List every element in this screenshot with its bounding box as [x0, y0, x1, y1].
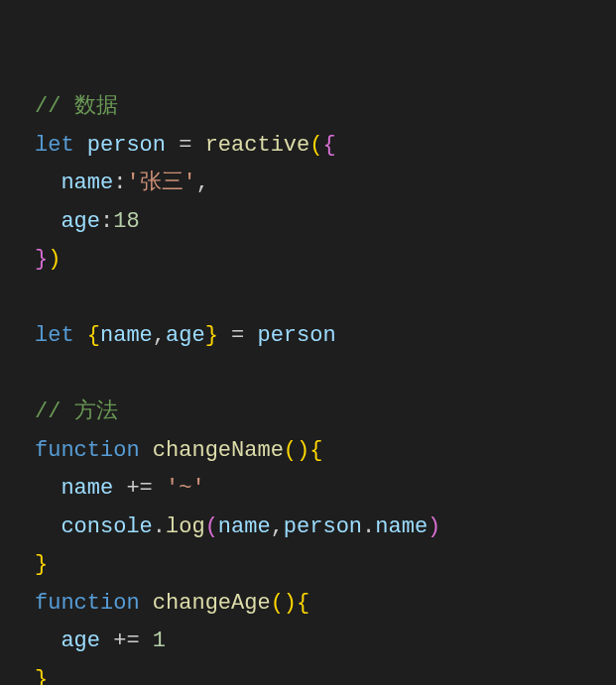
- paren-open: (: [309, 133, 322, 158]
- brace-close: }: [35, 667, 48, 686]
- paren-close: ): [297, 438, 309, 463]
- operator-pluseq: +=: [100, 628, 153, 653]
- comment-data: // 数据: [35, 94, 118, 119]
- var-age: age: [61, 628, 100, 653]
- fn-changeage: changeAge: [153, 591, 271, 616]
- paren-open: (: [284, 438, 297, 463]
- prop-name: name: [375, 514, 428, 539]
- fn-changename: changeName: [153, 438, 284, 463]
- brace-open: {: [309, 438, 322, 463]
- prop-name: name: [61, 171, 113, 195]
- prop-age: age: [61, 209, 100, 234]
- brace-close: }: [35, 552, 48, 577]
- var-person: person: [257, 323, 335, 348]
- var-name: name: [100, 323, 153, 348]
- brace-close: }: [35, 247, 48, 272]
- number-1: 1: [153, 628, 166, 653]
- number-18: 18: [113, 209, 139, 234]
- code-editor: // 数据 let person = reactive({ name:'张三',…: [35, 88, 581, 685]
- comment-methods: // 方法: [35, 400, 118, 424]
- operator-pluseq: +=: [113, 476, 166, 501]
- var-person: person: [284, 514, 362, 539]
- fn-reactive: reactive: [205, 133, 310, 158]
- var-person: person: [87, 133, 166, 158]
- brace-open: {: [322, 133, 335, 158]
- keyword-function: function: [35, 591, 140, 616]
- keyword-let: let: [35, 133, 74, 158]
- var-age: age: [166, 323, 205, 348]
- keyword-let: let: [35, 323, 74, 348]
- paren-open: (: [271, 591, 284, 616]
- brace-open: {: [297, 591, 309, 616]
- fn-log: log: [166, 514, 205, 539]
- brace-open: {: [87, 323, 100, 348]
- operator-assign: =: [166, 133, 205, 158]
- string-tilde: '~': [166, 476, 205, 501]
- keyword-function: function: [35, 438, 140, 463]
- paren-open: (: [205, 514, 218, 539]
- paren-close: ): [48, 247, 61, 272]
- brace-close: }: [205, 323, 218, 348]
- obj-console: console: [61, 514, 152, 539]
- var-name: name: [61, 476, 113, 501]
- var-name: name: [218, 514, 271, 539]
- paren-close: ): [428, 514, 440, 539]
- paren-close: ): [284, 591, 297, 616]
- string-zhangsan: '张三': [126, 171, 195, 195]
